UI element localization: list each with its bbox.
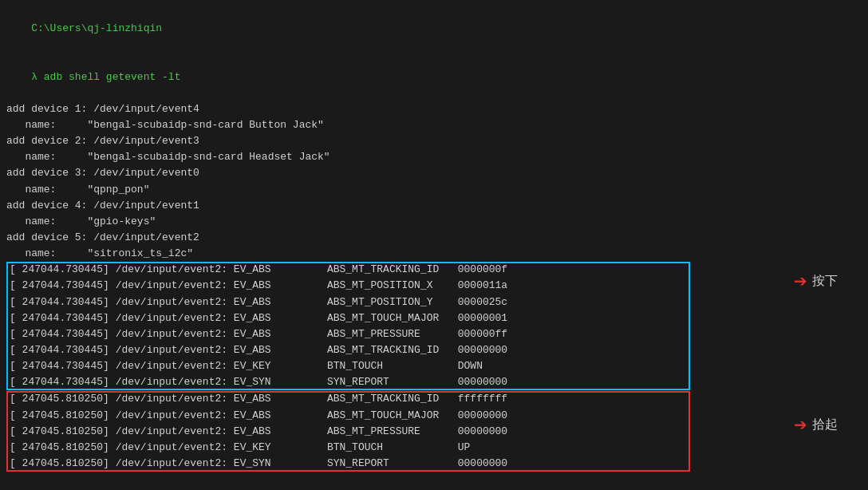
- prompt-path: C:\Users\qj-linzhiqin: [6, 5, 862, 53]
- press-event-0: [ 247044.730445] /dev/input/event2: EV_A…: [6, 262, 862, 278]
- press-event-7: [ 247044.730445] /dev/input/event2: EV_S…: [6, 374, 862, 390]
- command-line: λ adb shell getevent -lt: [6, 53, 862, 101]
- press-event-6: [ 247044.730445] /dev/input/event2: EV_K…: [6, 358, 862, 374]
- device-4-name: name: "gpio-keys": [6, 214, 862, 230]
- release-event-1: [ 247045.810250] /dev/input/event2: EV_A…: [6, 408, 862, 424]
- device-1-add: add device 1: /dev/input/event4: [6, 101, 862, 117]
- release-annotation: ➔ 拾起: [794, 415, 838, 434]
- release-event-4: [ 247045.810250] /dev/input/event2: EV_S…: [6, 456, 862, 472]
- device-5-name: name: "sitronix_ts_i2c": [6, 246, 862, 262]
- press-event-3: [ 247044.730445] /dev/input/event2: EV_A…: [6, 310, 862, 326]
- release-event-0: [ 247045.810250] /dev/input/event2: EV_A…: [6, 391, 862, 407]
- release-event-3: [ 247045.810250] /dev/input/event2: EV_K…: [6, 440, 862, 456]
- device-3-add: add device 3: /dev/input/event0: [6, 165, 862, 181]
- device-1-name: name: "bengal-scubaidp-snd-card Button J…: [6, 117, 862, 133]
- press-event-4: [ 247044.730445] /dev/input/event2: EV_A…: [6, 326, 862, 342]
- device-2-name: name: "bengal-scubaidp-snd-card Headset …: [6, 149, 862, 165]
- press-arrow-icon: ➔: [794, 271, 807, 290]
- release-event-2: [ 247045.810250] /dev/input/event2: EV_A…: [6, 424, 862, 440]
- device-2-add: add device 2: /dev/input/event3: [6, 133, 862, 149]
- release-arrow-icon: ➔: [794, 415, 807, 434]
- press-event-2: [ 247044.730445] /dev/input/event2: EV_A…: [6, 294, 862, 310]
- device-3-name: name: "qpnp_pon": [6, 182, 862, 198]
- terminal: C:\Users\qj-linzhiqin λ adb shell geteve…: [0, 0, 868, 490]
- device-4-add: add device 4: /dev/input/event1: [6, 198, 862, 214]
- press-event-5: [ 247044.730445] /dev/input/event2: EV_A…: [6, 342, 862, 358]
- press-annotation: ➔ 按下: [794, 271, 838, 290]
- cursor-line: ^C: [6, 473, 862, 490]
- press-event-1: [ 247044.730445] /dev/input/event2: EV_A…: [6, 278, 862, 294]
- device-5-add: add device 5: /dev/input/event2: [6, 230, 862, 246]
